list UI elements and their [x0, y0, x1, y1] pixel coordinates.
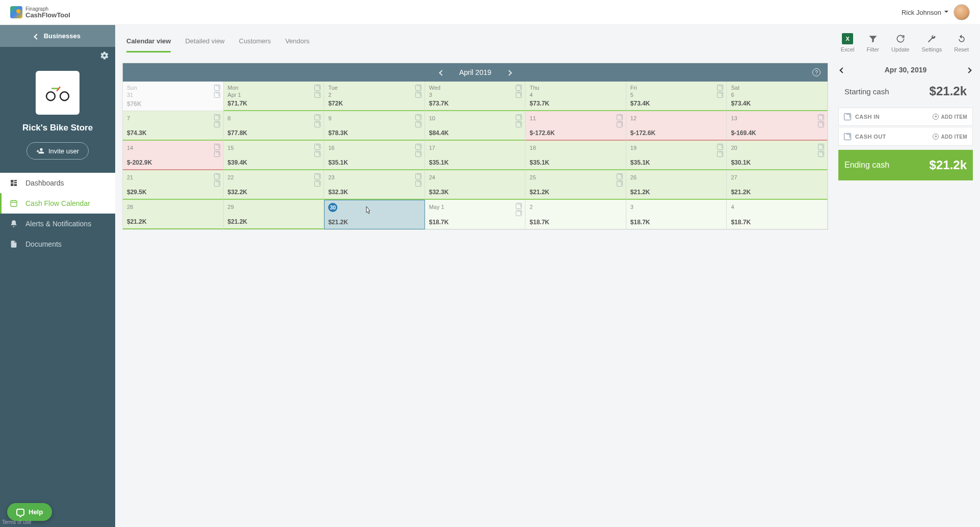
panel-prev-button[interactable] [840, 66, 844, 74]
calendar-cell[interactable]: 16$35.1K [324, 141, 425, 170]
tab-calendar-view[interactable]: Calendar view [126, 33, 171, 52]
cell-detail-icon[interactable] [717, 151, 723, 157]
update-button[interactable]: Update [891, 33, 909, 52]
cell-detail-icon[interactable] [415, 151, 421, 157]
cell-detail-icon[interactable] [617, 173, 623, 179]
calendar-cell[interactable]: 4$18.7K [727, 200, 828, 229]
calendar-cell[interactable]: 29$21.2K [224, 200, 325, 229]
reset-button[interactable]: Reset [954, 33, 969, 52]
settings-button[interactable]: Settings [922, 33, 942, 52]
invite-user-button[interactable]: Invite user [27, 142, 89, 160]
cell-detail-icon[interactable] [516, 210, 522, 216]
cell-detail-icon[interactable] [214, 151, 220, 157]
cell-detail-icon[interactable] [818, 121, 824, 127]
cal-prev-button[interactable] [440, 68, 444, 76]
calendar-cell[interactable]: 27$21.2K [727, 170, 828, 200]
calendar-cell[interactable]: 17$35.1K [425, 141, 526, 170]
brand[interactable]: Finagraph CashFlowTool [10, 6, 70, 18]
tab-detailed-view[interactable]: Detailed view [185, 33, 224, 52]
cell-detail-icon[interactable] [415, 85, 421, 91]
cell-detail-icon[interactable] [415, 144, 421, 150]
help-button[interactable]: Help [7, 503, 52, 521]
filter-button[interactable]: Filter [867, 33, 879, 52]
calendar-cell[interactable]: 8$77.8K [224, 111, 325, 141]
calendar-cell[interactable]: 28$21.2K [123, 200, 224, 229]
calendar-cell[interactable]: 22$32.2K [224, 170, 325, 200]
cell-detail-icon[interactable] [214, 173, 220, 179]
cell-detail-icon[interactable] [818, 144, 824, 150]
cell-detail-icon[interactable] [214, 114, 220, 120]
gear-icon[interactable] [100, 51, 109, 62]
calendar-cell[interactable]: 23$32.3K [324, 170, 425, 200]
cal-next-button[interactable] [507, 68, 511, 76]
cell-detail-icon[interactable] [516, 114, 522, 120]
cash-out-row[interactable]: CASH OUT +ADD ITEM [838, 128, 973, 146]
calendar-cell[interactable]: 2$18.7K [525, 200, 626, 229]
cell-detail-icon[interactable] [214, 85, 220, 91]
cell-detail-icon[interactable] [314, 121, 321, 127]
cell-detail-icon[interactable] [314, 85, 321, 91]
calendar-cell[interactable]: Fri5$73.4K [626, 82, 727, 111]
calendar-cell[interactable]: May 1$18.7K [425, 200, 526, 229]
back-to-businesses[interactable]: Businesses [0, 25, 115, 47]
calendar-cell[interactable]: MonApr 1$71.7K [224, 82, 325, 111]
calendar-cell[interactable]: 13$-169.4K [727, 111, 828, 141]
help-icon[interactable]: ? [812, 68, 820, 76]
cell-detail-icon[interactable] [516, 121, 522, 127]
cell-detail-icon[interactable] [717, 92, 723, 98]
calendar-cell[interactable]: 3$18.7K [626, 200, 727, 229]
cell-detail-icon[interactable] [617, 114, 623, 120]
cell-detail-icon[interactable] [415, 180, 421, 187]
cell-detail-icon[interactable] [818, 114, 824, 120]
cell-detail-icon[interactable] [214, 144, 220, 150]
cell-detail-icon[interactable] [314, 151, 321, 157]
calendar-cell[interactable]: 18$35.1K [525, 141, 626, 170]
calendar-cell[interactable]: 14$-202.9K [123, 141, 224, 170]
calendar-cell[interactable]: 19$35.1K [626, 141, 727, 170]
cell-detail-icon[interactable] [314, 114, 321, 120]
cell-detail-icon[interactable] [516, 85, 522, 91]
cell-detail-icon[interactable] [516, 92, 522, 98]
calendar-cell[interactable]: 25$21.2K [525, 170, 626, 200]
add-cash-in-button[interactable]: +ADD ITEM [933, 114, 967, 120]
calendar-cell[interactable]: 10$84.4K [425, 111, 526, 141]
calendar-cell[interactable]: 26$21.2K [626, 170, 727, 200]
sidebar-item-documents[interactable]: Documents [0, 234, 115, 254]
calendar-cell[interactable]: 20$30.1K [727, 141, 828, 170]
calendar-cell[interactable]: 12$-172.6K [626, 111, 727, 141]
calendar-cell[interactable]: 21$29.5K [123, 170, 224, 200]
calendar-cell[interactable]: 24$32.3K [425, 170, 526, 200]
cell-detail-icon[interactable] [717, 144, 723, 150]
cell-detail-icon[interactable] [516, 203, 522, 209]
cell-detail-icon[interactable] [717, 85, 723, 91]
sidebar-item-alerts-notifications[interactable]: Alerts & Notifications [0, 214, 115, 234]
calendar-cell[interactable]: Sun31$76K [123, 82, 224, 111]
sidebar-item-cash-flow-calendar[interactable]: Cash Flow Calendar [0, 193, 115, 214]
cell-detail-icon[interactable] [415, 92, 421, 98]
terms-link[interactable]: Terms of use [2, 519, 31, 525]
calendar-cell[interactable]: Sat6$73.4K [727, 82, 828, 111]
panel-next-button[interactable] [967, 66, 971, 74]
calendar-cell[interactable]: 15$39.4K [224, 141, 325, 170]
avatar[interactable] [953, 4, 970, 20]
cell-detail-icon[interactable] [214, 121, 220, 127]
cash-in-row[interactable]: CASH IN +ADD ITEM [838, 108, 973, 126]
cell-detail-icon[interactable] [617, 180, 623, 187]
calendar-cell[interactable]: Thu4$73.7K [525, 82, 626, 111]
cell-detail-icon[interactable] [314, 173, 321, 179]
calendar-cell[interactable]: Tue2$72K [324, 82, 425, 111]
tab-customers[interactable]: Customers [239, 33, 271, 52]
user-menu[interactable]: Rick Johnson [902, 4, 970, 20]
excel-button[interactable]: XExcel [841, 33, 855, 52]
cell-detail-icon[interactable] [415, 114, 421, 120]
cell-detail-icon[interactable] [214, 92, 220, 98]
cell-detail-icon[interactable] [818, 151, 824, 157]
calendar-cell[interactable]: 9$78.3K [324, 111, 425, 141]
cell-detail-icon[interactable] [415, 121, 421, 127]
add-cash-out-button[interactable]: +ADD ITEM [933, 134, 967, 140]
calendar-cell[interactable]: 11$-172.6K [525, 111, 626, 141]
calendar-cell[interactable]: Wed3$73.7K [425, 82, 526, 111]
sidebar-item-dashboards[interactable]: Dashboards [0, 173, 115, 193]
cell-detail-icon[interactable] [314, 144, 321, 150]
cell-detail-icon[interactable] [617, 121, 623, 127]
